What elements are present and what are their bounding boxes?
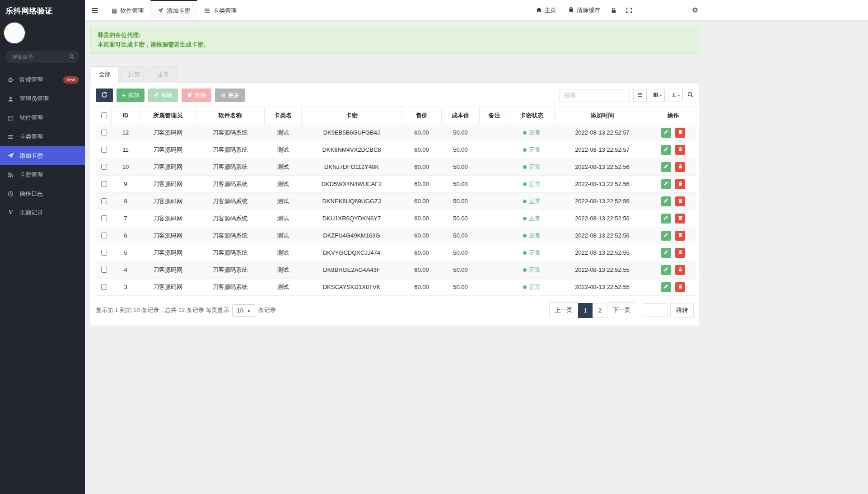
nav-tab-card-types[interactable]: 卡类管理	[197, 0, 243, 20]
toggle-view-button[interactable]	[633, 89, 647, 102]
edit-button[interactable]: 编辑	[148, 89, 178, 102]
filter-tab-all[interactable]: 全部	[91, 66, 119, 83]
pencil-icon	[663, 266, 668, 273]
row-checkbox[interactable]	[101, 164, 107, 170]
header-price: 售价	[402, 107, 442, 124]
delete-button[interactable]: 删除	[182, 89, 211, 102]
row-edit-button[interactable]	[661, 128, 671, 138]
row-edit-button[interactable]	[661, 196, 671, 206]
header-actions: 操作	[650, 107, 696, 124]
menu-search-input[interactable]	[5, 51, 79, 63]
sidebar-item-card-keys[interactable]: 卡密管理	[0, 165, 85, 184]
alert-line-2: 本页面可生成卡密，请根据需要生成卡密。	[98, 40, 692, 49]
cell-cost: 50.00	[442, 158, 480, 176]
row-edit-button[interactable]	[661, 282, 671, 292]
cell-remark	[480, 193, 509, 210]
row-delete-button[interactable]	[675, 145, 685, 155]
table-card: + 添加 编辑 删除 ⚙ 更多	[90, 83, 699, 326]
status-label: 正常	[529, 284, 541, 290]
sidebar-item-general[interactable]: ⚙ 常规管理 new	[0, 70, 85, 89]
search-toggle-button[interactable]	[687, 91, 694, 99]
nav-tab-label: 软件管理	[120, 7, 144, 15]
clear-cache-link[interactable]: 清除缓存	[562, 0, 606, 20]
settings-icon[interactable]: ⚙	[687, 0, 703, 20]
row-delete-button[interactable]	[675, 162, 685, 172]
row-edit-button[interactable]	[661, 248, 671, 258]
table-search-input[interactable]	[560, 89, 630, 102]
jump-page-input[interactable]	[643, 303, 667, 317]
row-checkbox[interactable]	[101, 181, 107, 187]
row-edit-button[interactable]	[661, 265, 671, 275]
jump-button[interactable]: 跳转	[670, 303, 694, 317]
cell-actions	[650, 124, 696, 141]
cell-cost: 50.00	[442, 261, 480, 279]
filter-tab-banned[interactable]: 封禁	[120, 66, 148, 83]
header-software: 软件名称	[196, 107, 265, 124]
nav-tab-software[interactable]: ▤ 软件管理	[105, 0, 150, 20]
row-delete-button[interactable]	[675, 282, 685, 292]
trash-icon	[678, 146, 683, 153]
home-link[interactable]: 主页	[530, 0, 562, 20]
avatar[interactable]	[4, 23, 25, 43]
row-checkbox[interactable]	[101, 198, 107, 204]
row-delete-button[interactable]	[675, 265, 685, 275]
row-checkbox[interactable]	[101, 130, 107, 135]
select-all-checkbox[interactable]	[101, 112, 107, 118]
page-button-2[interactable]: 2	[593, 303, 607, 318]
main-area: ▤ 软件管理 添加卡密 卡类管理 主页	[85, 0, 868, 494]
cell-price: 60.00	[402, 176, 442, 193]
lock-icon[interactable]	[606, 0, 621, 20]
row-delete-button[interactable]	[675, 214, 685, 224]
sidebar-item-software[interactable]: ▤ 软件管理	[0, 108, 85, 127]
cell-remark	[480, 244, 509, 261]
row-checkbox[interactable]	[101, 233, 107, 238]
page-button-1[interactable]: 1	[578, 303, 593, 318]
export-button[interactable]: ▾	[668, 89, 683, 102]
row-edit-button[interactable]	[661, 231, 671, 241]
row-delete-button[interactable]	[675, 196, 685, 206]
row-delete-button[interactable]	[675, 128, 685, 138]
cell-admin: 刀客源码网	[140, 193, 196, 210]
row-checkbox[interactable]	[101, 267, 107, 273]
menu-toggle-icon[interactable]	[85, 0, 105, 20]
sidebar-item-balance[interactable]: V 余额记录	[0, 203, 85, 222]
more-button[interactable]: ⚙ 更多	[215, 89, 245, 102]
row-checkbox[interactable]	[101, 284, 107, 290]
row-checkbox[interactable]	[101, 250, 107, 256]
row-checkbox[interactable]	[101, 215, 107, 221]
page-size-select[interactable]: 10 ▲	[232, 304, 255, 317]
refresh-button[interactable]	[96, 89, 113, 102]
sidebar-item-admins[interactable]: 管理员管理	[0, 89, 85, 108]
table-toolbar: + 添加 编辑 删除 ⚙ 更多	[96, 89, 694, 102]
row-edit-button[interactable]	[661, 162, 671, 172]
next-page-button[interactable]: 下一页	[607, 302, 636, 318]
pagination-summary: 显示第 1 到第 10 条记录，总共 12 条记录 每页显示	[96, 306, 229, 314]
sidebar-item-add-card-keys[interactable]: 添加卡密	[0, 146, 85, 165]
status-dot-icon	[523, 251, 527, 255]
row-delete-button[interactable]	[675, 179, 685, 189]
pencil-icon	[663, 249, 668, 256]
prev-page-button[interactable]: 上一页	[549, 302, 579, 318]
trash-icon	[678, 284, 683, 290]
add-button[interactable]: + 添加	[117, 89, 145, 102]
columns-button[interactable]: ▾	[650, 89, 665, 102]
sidebar-item-card-types[interactable]: 卡类管理	[0, 127, 85, 146]
row-checkbox[interactable]	[101, 147, 107, 153]
cell-remark	[480, 210, 509, 227]
fullscreen-icon[interactable]	[621, 0, 637, 20]
cell-time: 2022-08-13 22:52:56	[555, 227, 650, 244]
row-edit-button[interactable]	[661, 214, 671, 224]
status-label: 正常	[529, 181, 541, 187]
filter-tab-normal[interactable]: 正常	[149, 66, 177, 83]
nav-tab-label: 卡类管理	[213, 7, 237, 15]
sidebar-item-logs[interactable]: 操作日志	[0, 184, 85, 203]
pencil-icon	[663, 163, 668, 170]
row-edit-button[interactable]	[661, 145, 671, 155]
nav-tab-add-card-keys[interactable]: 添加卡密	[150, 0, 197, 20]
row-delete-button[interactable]	[675, 248, 685, 258]
status-label: 正常	[529, 163, 541, 170]
row-delete-button[interactable]	[675, 231, 685, 241]
cell-admin: 刀客源码网	[140, 244, 196, 261]
status-label: 正常	[529, 146, 541, 153]
row-edit-button[interactable]	[661, 179, 671, 189]
